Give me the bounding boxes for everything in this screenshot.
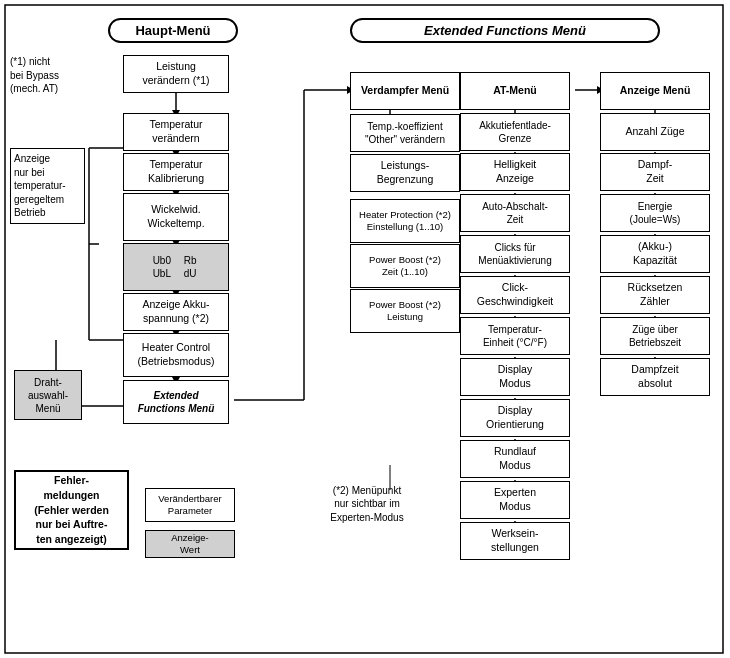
extended-functions-header: Extended Functions Menü [350,18,660,43]
heater-control-box: Heater Control (Betriebsmodus) [123,333,229,377]
heater-protection-box: Heater Protection (*2) Einstellung (1..1… [350,199,460,243]
ruecksetzen-box: Rücksetzen Zähler [600,276,710,314]
haupt-menu-header: Haupt-Menü [108,18,238,43]
note-anzeige: Anzeige nur bei temperatur- geregeltem B… [10,148,85,224]
anzeige-akku-box: Anzeige Akku- spannung (*2) [123,293,229,331]
click-geschw-box: Click- Geschwindigkeit [460,276,570,314]
leistung-box: Leistung verändern (*1) [123,55,229,93]
diagram: Haupt-Menü Extended Functions Menü (*1) … [0,0,730,658]
akkutiefentlade-box: Akkutiefentlade- Grenze [460,113,570,151]
temp-koeff-box: Temp.-koeffizient "Other" verändern [350,114,460,152]
rundlauf-box: Rundlauf Modus [460,440,570,478]
temperatur-veraendern-box: Temperatur verändern [123,113,229,151]
anzahl-zuege-box: Anzahl Züge [600,113,710,151]
werksein-box: Werksein- stellungen [460,522,570,560]
power-boost-leistung-box: Power Boost (*2) Leistung [350,289,460,333]
zuege-betrieb-box: Züge über Betriebszeit [600,317,710,355]
legend-veraenderbarer: Verändertbarer Parameter [145,488,235,522]
extended-functions-haupt-box: Extended Functions Menü [123,380,229,424]
footnote2: (*2) Menüpunkt nur sichtbar im Experten-… [302,470,432,524]
wickelwid-box: Wickelwid. Wickeltemp. [123,193,229,241]
at-menu-header: AT-Menü [460,72,570,110]
power-boost-zeit-box: Power Boost (*2) Zeit (1..10) [350,244,460,288]
display-orient-box: Display Orientierung [460,399,570,437]
temperatur-kalibrierung-box: Temperatur Kalibrierung [123,153,229,191]
verdampfer-menu-header: Verdampfer Menü [350,72,460,110]
dampfzeit-abs-box: Dampfzeit absolut [600,358,710,396]
ub0-box: Ub0Rb UbLdU [123,243,229,291]
experten-box: Experten Modus [460,481,570,519]
dampf-zeit-box: Dampf- Zeit [600,153,710,191]
leistungs-begrenzung-box: Leistungs- Begrenzung [350,154,460,192]
energie-box: Energie (Joule=Ws) [600,194,710,232]
temp-einheit-box: Temperatur- Einheit (°C/°F) [460,317,570,355]
anzeige-menu-header: Anzeige Menü [600,72,710,110]
draht-auswahl-box: Draht- auswahl- Menü [14,370,82,420]
note-bypass: (*1) nicht bei Bypass (mech. AT) [10,55,90,96]
clicks-menu-box: Clicks für Menüaktivierung [460,235,570,273]
error-box: Fehler- meldungen (Fehler werden nur bei… [14,470,129,550]
auto-abschalt-box: Auto-Abschalt- Zeit [460,194,570,232]
helligkeit-box: Helligkeit Anzeige [460,153,570,191]
akku-kapaz-box: (Akku-) Kapazität [600,235,710,273]
display-modus-box: Display Modus [460,358,570,396]
legend-anzeige-wert: Anzeige- Wert [145,530,235,558]
